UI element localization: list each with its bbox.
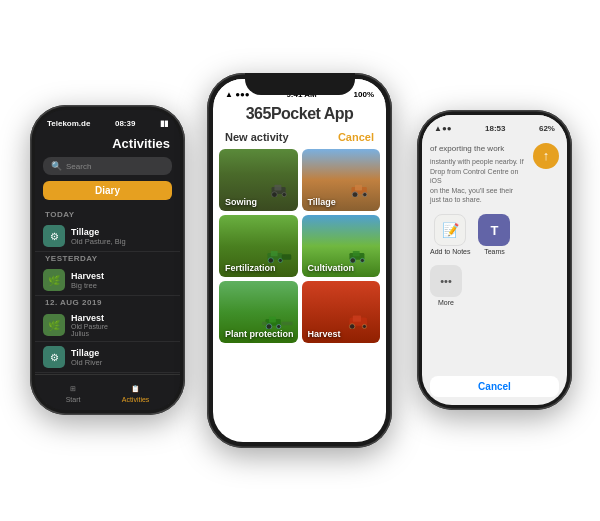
share-notes-item[interactable]: 📝 Add to Notes [430, 214, 470, 255]
svg-rect-18 [268, 317, 275, 323]
center-phone: ▲ ●●● 9:41 AM 100% 365Pocket App New act… [207, 73, 392, 448]
harvest-icon-2: 🌿 [43, 314, 65, 336]
cancel-button[interactable]: Cancel [338, 131, 374, 143]
grid-cell-harvest[interactable]: Harvest [302, 281, 381, 343]
left-carrier: Telekom.de [47, 119, 90, 128]
fertilization-label: Fertilization [225, 263, 276, 273]
tab-activities-label: Activities [122, 396, 150, 403]
tractor-cultivation-icon [346, 247, 376, 263]
svg-rect-5 [355, 185, 362, 191]
svg-point-6 [352, 192, 358, 197]
act-title: Harvest [71, 313, 172, 323]
more-dots-icon: ••• [440, 275, 452, 287]
right-time: 18:53 [485, 124, 505, 133]
act-title: Harvest [71, 271, 172, 281]
left-search-bar[interactable]: 🔍 Search [43, 157, 172, 175]
cancel-button-right[interactable]: Cancel [430, 376, 559, 397]
logo-text: Pocket App [271, 105, 353, 122]
tillage-icon-2: ⚙ [43, 346, 65, 368]
teams-label: Teams [484, 248, 505, 255]
activity-grid: Sowing Tillage [213, 149, 386, 349]
left-phone: Telekom.de 08:39 ▮▮ Activities 🔍 Search … [30, 105, 185, 415]
svg-point-11 [278, 258, 282, 262]
svg-rect-22 [281, 322, 292, 325]
more-label: More [438, 299, 454, 306]
plant-label: Plant protection [225, 329, 294, 339]
svg-point-26 [362, 324, 366, 328]
activity-subheader: New activity Cancel [213, 131, 386, 149]
tab-activities[interactable]: 📋 Activities [122, 383, 150, 403]
share-icons-row: 📝 Add to Notes T Teams [422, 208, 567, 261]
share-teams-item[interactable]: T Teams [478, 214, 510, 255]
activities-tab-icon: 📋 [129, 383, 143, 395]
more-icon-box: ••• [430, 265, 462, 297]
tab-start[interactable]: ⊞ Start [66, 383, 81, 403]
share-arrow-button[interactable]: ↑ [533, 143, 559, 169]
svg-rect-14 [353, 251, 360, 256]
app-logo: 365Pocket App [223, 105, 376, 123]
grid-cell-plant[interactable]: Plant protection [219, 281, 298, 343]
svg-point-25 [349, 324, 354, 329]
harvest-label: Harvest [308, 329, 341, 339]
start-tab-icon: ⊞ [66, 383, 80, 395]
harvest-icon: 🌿 [43, 269, 65, 291]
section-today: TODAY [35, 208, 180, 221]
list-item[interactable]: 🌿 Harvest Big tree [35, 265, 180, 296]
list-item[interactable]: ⚙ Tillage Old River [35, 342, 180, 373]
notch [245, 73, 355, 95]
tractor-fertilization-icon [264, 247, 294, 263]
svg-point-16 [360, 258, 364, 262]
center-battery: 100% [354, 90, 374, 99]
svg-point-2 [271, 192, 277, 197]
tractor-tillage-icon [348, 181, 376, 197]
tillage-icon: ⚙ [43, 225, 65, 247]
more-item[interactable]: ••• More [430, 265, 462, 306]
svg-rect-1 [274, 185, 281, 191]
center-signal: ▲ ●●● [225, 90, 250, 99]
list-item[interactable]: 🌿 Harvest Old PastureJulius [35, 309, 180, 342]
left-time: 08:39 [115, 119, 135, 128]
share-hint: of exporting the work [430, 143, 529, 154]
notes-label: Add to Notes [430, 248, 470, 255]
diary-button[interactable]: Diary [43, 181, 172, 200]
left-battery: ▮▮ [160, 119, 168, 128]
search-placeholder: Search [66, 162, 91, 171]
grid-cell-fertilization[interactable]: Fertilization [219, 215, 298, 277]
notes-icon-box: 📝 [434, 214, 466, 246]
list-item[interactable]: ⚙ Tillage Old Pasture, Big [35, 221, 180, 252]
right-battery: 62% [539, 124, 555, 133]
section-yesterday: YESTERDAY [35, 252, 180, 265]
tractor-sowing-icon [266, 181, 294, 197]
tractor-plant-icon [262, 313, 294, 329]
svg-rect-9 [270, 251, 277, 256]
tractor-harvest-icon [346, 313, 376, 329]
app-logo-area: 365Pocket App [213, 101, 386, 131]
bottom-tab-bar: ⊞ Start 📋 Activities [35, 374, 180, 410]
share-more-row: ••• More [422, 261, 567, 310]
section-aug: 12. AUG 2019 [35, 296, 180, 309]
grid-cell-sowing[interactable]: Sowing [219, 149, 298, 211]
left-screen-title: Activities [35, 132, 180, 157]
cultivation-label: Cultivation [308, 263, 355, 273]
grid-cell-tillage[interactable]: Tillage [302, 149, 381, 211]
right-signal: ▲●● [434, 124, 452, 133]
svg-point-3 [282, 193, 286, 197]
search-icon: 🔍 [51, 161, 62, 171]
act-title: Tillage [71, 227, 172, 237]
grid-cell-cultivation[interactable]: Cultivation [302, 215, 381, 277]
act-sub: Old River [71, 358, 172, 367]
teams-icon-box: T [478, 214, 510, 246]
svg-point-7 [363, 193, 367, 197]
tab-start-label: Start [66, 396, 81, 403]
sowing-label: Sowing [225, 197, 257, 207]
right-phone: ▲●● 18:53 62% of exporting the work inst… [417, 110, 572, 410]
share-body: instantly with people nearby. IfDrop fro… [430, 157, 529, 204]
act-sub: Old Pasture, Big [71, 237, 172, 246]
svg-rect-24 [353, 316, 361, 322]
svg-rect-21 [262, 322, 267, 325]
notes-icon: 📝 [442, 222, 459, 238]
svg-rect-12 [281, 254, 291, 259]
new-activity-label: New activity [225, 131, 289, 143]
tillage-label: Tillage [308, 197, 336, 207]
teams-icon: T [490, 223, 498, 238]
